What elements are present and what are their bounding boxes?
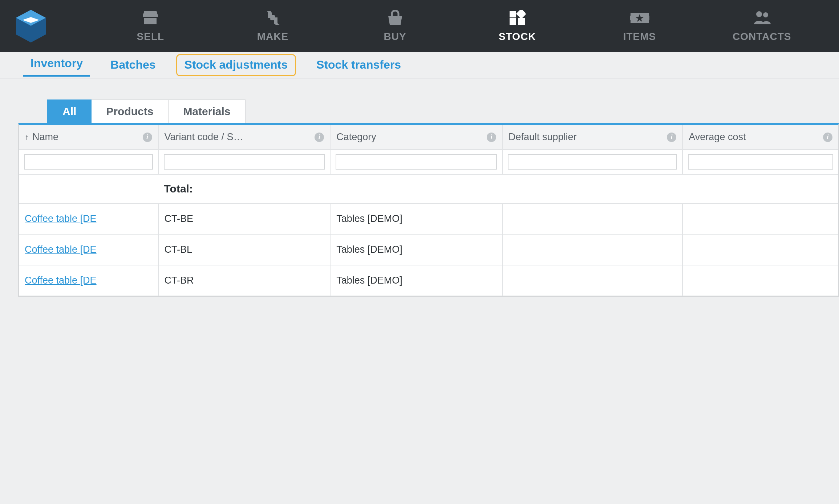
col-label: Default supplier (508, 131, 577, 143)
filter-tab-all[interactable]: All (47, 99, 92, 123)
col-label: Average cost (689, 131, 746, 143)
topnav: SELL MAKE BUY STOCK ITEMS (89, 0, 823, 52)
table-header-row: ↑ Name i Variant code / S… i Categ (19, 125, 838, 150)
cell-code: CT-BE (158, 203, 331, 234)
nav-buy[interactable]: BUY (334, 0, 456, 52)
cell-code: CT-BR (158, 265, 331, 296)
subnav-stock-adjustments[interactable]: Stock adjustments (176, 54, 296, 76)
svg-rect-3 (510, 11, 516, 17)
col-variant-code[interactable]: Variant code / S… i (158, 125, 331, 150)
svg-rect-6 (516, 10, 526, 19)
table-row: Coffee table [DE CT-BR Tables [DEMO] (19, 265, 838, 296)
cell-category: Tables [DEMO] (330, 265, 502, 296)
nav-label: MAKE (257, 31, 288, 42)
svg-point-8 (756, 11, 762, 17)
total-row: Total: (19, 174, 838, 203)
topbar: SELL MAKE BUY STOCK ITEMS (0, 0, 839, 52)
col-average-cost[interactable]: Average cost i (682, 125, 838, 150)
filter-row (19, 150, 838, 174)
thumbs-icon (264, 10, 282, 26)
item-link[interactable]: Coffee table [DE (25, 213, 97, 224)
logo-icon (16, 10, 46, 42)
cell-avgcost (682, 234, 838, 265)
table-row: Coffee table [DE CT-BE Tables [DEMO] (19, 203, 838, 234)
svg-rect-5 (510, 18, 516, 25)
cell-supplier (502, 234, 682, 265)
svg-rect-4 (518, 18, 525, 25)
inventory-table: ↑ Name i Variant code / S… i Categ (18, 123, 839, 297)
table-row: Coffee table [DE CT-BL Tables [DEMO] (19, 234, 838, 265)
basket-icon (386, 10, 404, 26)
filter-category-input[interactable] (336, 154, 497, 170)
filter-avgcost-input[interactable] (688, 154, 833, 170)
filter-name-input[interactable] (24, 154, 153, 170)
nav-make[interactable]: MAKE (212, 0, 334, 52)
item-link[interactable]: Coffee table [DE (25, 244, 97, 255)
sort-asc-icon: ↑ (25, 133, 29, 142)
info-icon[interactable]: i (315, 133, 324, 142)
nav-label: ITEMS (623, 31, 656, 42)
cell-supplier (502, 265, 682, 296)
cell-avgcost (682, 203, 838, 234)
app-logo[interactable] (16, 0, 46, 52)
store-icon (142, 10, 159, 26)
cell-supplier (502, 203, 682, 234)
col-default-supplier[interactable]: Default supplier i (502, 125, 682, 150)
filter-supplier-input[interactable] (508, 154, 677, 170)
people-icon (753, 10, 771, 26)
nav-sell[interactable]: SELL (89, 0, 212, 52)
info-icon[interactable]: i (667, 133, 676, 142)
filter-tabs: All Products Materials (47, 99, 839, 123)
info-icon[interactable]: i (143, 133, 152, 142)
subnav-batches[interactable]: Batches (103, 55, 163, 75)
subnav-inventory[interactable]: Inventory (23, 54, 90, 77)
cell-category: Tables [DEMO] (330, 203, 502, 234)
subnav-stock-transfers[interactable]: Stock transfers (309, 55, 408, 75)
col-label: Category (336, 131, 376, 143)
cell-code: CT-BL (158, 234, 331, 265)
col-category[interactable]: Category i (330, 125, 502, 150)
col-label: Variant code / S… (165, 131, 243, 143)
cell-category: Tables [DEMO] (330, 234, 502, 265)
nav-stock[interactable]: STOCK (456, 0, 579, 52)
info-icon[interactable]: i (487, 133, 496, 142)
filter-tab-products[interactable]: Products (92, 99, 169, 123)
nav-contacts[interactable]: CONTACTS (701, 0, 823, 52)
nav-label: CONTACTS (733, 31, 791, 42)
nav-label: STOCK (499, 31, 536, 42)
total-label: Total: (158, 174, 331, 203)
content: All Products Materials ↑ Name i (0, 78, 839, 297)
subnav: Inventory Batches Stock adjustments Stoc… (0, 52, 839, 78)
nav-label: SELL (137, 31, 165, 42)
col-name[interactable]: ↑ Name i (19, 125, 158, 150)
filter-tab-materials[interactable]: Materials (169, 99, 246, 123)
col-label: Name (32, 131, 58, 143)
svg-point-9 (763, 12, 768, 17)
nav-items[interactable]: ITEMS (579, 0, 701, 52)
info-icon[interactable]: i (823, 133, 832, 142)
item-link[interactable]: Coffee table [DE (25, 275, 97, 286)
cell-avgcost (682, 265, 838, 296)
nav-label: BUY (384, 31, 406, 42)
grid-icon (509, 10, 526, 26)
ticket-star-icon (630, 10, 649, 26)
filter-code-input[interactable] (164, 154, 325, 170)
